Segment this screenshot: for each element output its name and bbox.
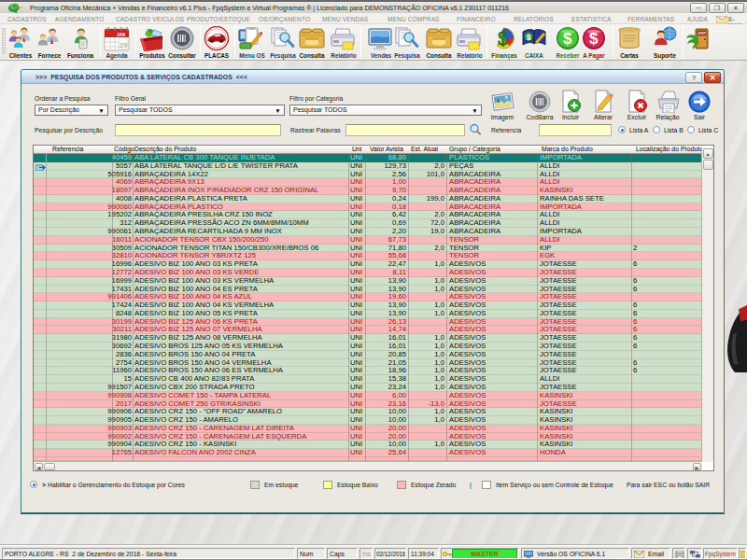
svg-text:$: $ (527, 33, 531, 42)
svg-text:$: $ (589, 30, 599, 48)
svg-text:EXIT: EXIT (698, 32, 707, 35)
svg-text:JAN: JAN (117, 33, 125, 37)
svg-text:$: $ (498, 26, 508, 49)
svg-text:$: $ (563, 30, 572, 48)
svg-text:29: 29 (120, 41, 128, 49)
